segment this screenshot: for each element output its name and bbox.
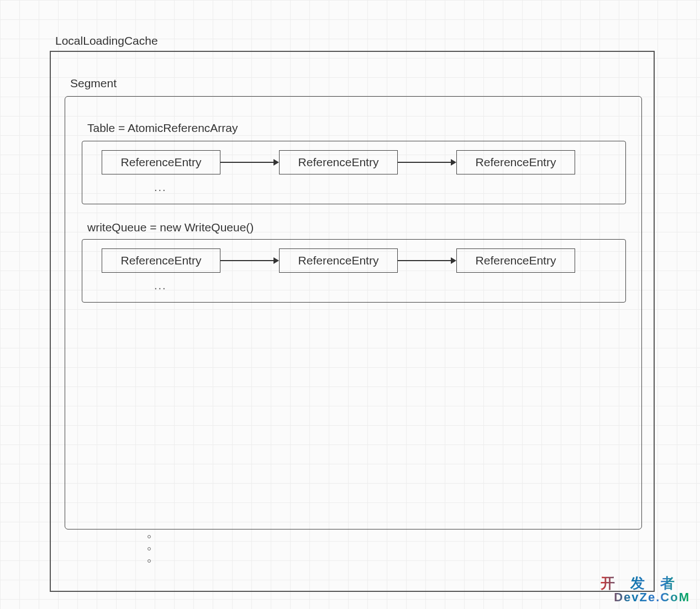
entry-label: ReferenceEntry — [476, 156, 556, 169]
entry-label: ReferenceEntry — [476, 254, 556, 267]
svg-marker-5 — [273, 257, 279, 264]
arrow-icon — [398, 248, 456, 273]
reference-entry-box: ReferenceEntry — [102, 150, 220, 174]
outer-container: Segment Table = AtomicReferencArray Refe… — [50, 51, 655, 592]
reference-entry-box: ReferenceEntry — [279, 248, 398, 273]
reference-entry-box: ReferenceEntry — [456, 150, 575, 174]
segment-title: Segment — [70, 77, 117, 90]
svg-marker-1 — [273, 159, 279, 166]
queue-section-box: ReferenceEntry ReferenceEntry ReferenceE… — [82, 239, 626, 303]
queue-entries-row: ReferenceEntry ReferenceEntry ReferenceE… — [102, 247, 610, 274]
segment-container: Table = AtomicReferencArray ReferenceEnt… — [65, 96, 642, 529]
arrow-icon — [220, 150, 279, 174]
svg-marker-3 — [451, 159, 456, 166]
svg-marker-7 — [451, 257, 456, 264]
queue-section-label: writeQueue = new WriteQueue() — [87, 221, 254, 234]
watermark-line2: DevZe.CoM — [601, 591, 690, 603]
entry-label: ReferenceEntry — [121, 254, 202, 267]
arrow-icon — [220, 248, 279, 273]
ellipsis: ... — [154, 279, 167, 292]
table-section-label: Table = AtomicReferencArray — [87, 121, 238, 135]
watermark: 开发者 DevZe.CoM — [601, 576, 690, 603]
reference-entry-box: ReferenceEntry — [456, 248, 575, 273]
entry-label: ReferenceEntry — [298, 254, 379, 267]
ellipsis: ... — [154, 181, 167, 194]
reference-entry-box: ReferenceEntry — [279, 150, 398, 174]
vertical-ellipsis-icon — [148, 535, 151, 563]
entry-label: ReferenceEntry — [298, 156, 379, 169]
table-entries-row: ReferenceEntry ReferenceEntry ReferenceE… — [102, 149, 610, 176]
table-section-box: ReferenceEntry ReferenceEntry ReferenceE… — [82, 141, 626, 204]
entry-label: ReferenceEntry — [121, 156, 202, 169]
arrow-icon — [398, 150, 456, 174]
outer-title: LocalLoadingCache — [55, 34, 158, 47]
reference-entry-box: ReferenceEntry — [102, 248, 220, 273]
watermark-line1: 开发者 — [601, 576, 690, 591]
